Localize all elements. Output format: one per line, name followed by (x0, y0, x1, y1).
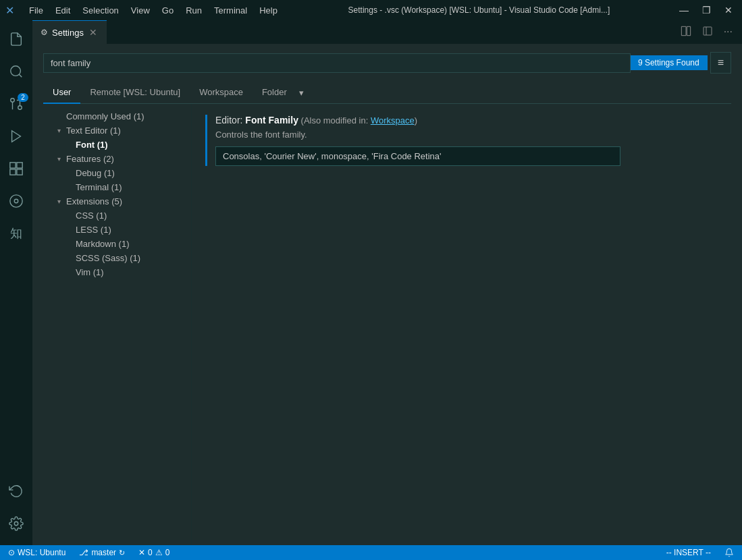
sidebar-item-source-control[interactable]: 2 (0, 88, 32, 120)
status-errors-count: 0 (148, 548, 153, 557)
svg-rect-13 (704, 27, 712, 35)
svg-point-11 (14, 199, 18, 203)
vscode-logo: ✕ (5, 4, 14, 17)
features-chevron: ▾ (54, 155, 63, 163)
nav-debug[interactable]: Debug (1) (43, 166, 191, 180)
source-control-badge: 2 (18, 93, 28, 102)
nav-markdown[interactable]: Markdown (1) (43, 237, 191, 251)
sidebar-item-run[interactable] (0, 120, 32, 152)
errors-icon: ✕ (138, 548, 145, 557)
svg-rect-8 (10, 169, 16, 175)
settings-tab[interactable]: ⚙ Settings ✕ (32, 20, 107, 44)
titlebar: ✕ File Edit Selection View Go Run Termin… (0, 0, 742, 20)
window-title: Settings - .vsc (Workspace) [WSL: Ubuntu… (290, 5, 668, 15)
status-wsl-label: WSL: Ubuntu (18, 548, 65, 557)
setting-value-input[interactable] (215, 146, 620, 166)
more-actions-button[interactable]: ··· (720, 23, 737, 42)
nav-commonly-used[interactable]: Commonly Used (1) (43, 109, 191, 123)
warnings-icon: ⚠ (155, 548, 163, 557)
svg-rect-7 (17, 163, 22, 168)
svg-marker-5 (12, 131, 21, 142)
sidebar-item-kanji[interactable]: 知 (0, 217, 32, 250)
search-results-badge: 9 Settings Found (630, 55, 708, 70)
menu-selection[interactable]: Selection (77, 4, 124, 17)
maximize-button[interactable]: ❐ (698, 3, 715, 17)
status-errors[interactable]: ✕ 0 ⚠ 0 (136, 548, 172, 557)
sidebar-item-extensions[interactable] (0, 152, 32, 185)
menu-view[interactable]: View (126, 4, 155, 17)
settings-tab-close[interactable]: ✕ (88, 26, 99, 39)
settings-panel: Editor: Font Family (Also modified in: W… (192, 104, 731, 545)
setting-description: Controls the font family. (215, 130, 718, 140)
search-filter-button[interactable]: ≡ (710, 52, 731, 74)
search-bar: 9 Settings Found ≡ (43, 52, 731, 74)
tab-remote-wsl[interactable]: Remote [WSL: Ubuntu] (80, 82, 190, 104)
status-mode: -- INSERT -- (664, 548, 714, 557)
svg-line-1 (19, 74, 22, 77)
nav-extensions[interactable]: ▾ Extensions (5) (43, 194, 191, 208)
tab-folder-dropdown[interactable]: ▾ (296, 82, 307, 103)
close-button[interactable]: ✕ (720, 3, 737, 17)
menu-run[interactable]: Run (180, 4, 207, 17)
nav-terminal[interactable]: Terminal (1) (43, 180, 191, 194)
sidebar-item-search[interactable] (0, 55, 32, 88)
status-branch-label: master (91, 548, 116, 557)
svg-rect-6 (10, 163, 16, 168)
svg-point-12 (14, 522, 18, 526)
nav-scss[interactable]: SCSS (Sass) (1) (43, 251, 191, 265)
nav-text-editor[interactable]: ▾ Text Editor (1) (43, 123, 191, 138)
setting-name: Font Family (245, 115, 298, 125)
menu-edit[interactable]: Edit (50, 4, 76, 17)
status-wsl[interactable]: ⊙ WSL: Ubuntu (5, 548, 68, 557)
nav-css[interactable]: CSS (1) (43, 208, 191, 223)
setting-block: Editor: Font Family (Also modified in: W… (205, 115, 718, 166)
status-bar: ⊙ WSL: Ubuntu ⎇ master ↻ ✕ 0 ⚠ 0 -- INSE… (0, 545, 742, 560)
svg-point-2 (18, 106, 22, 110)
main-layout: 2 知 (0, 20, 742, 545)
split-editor-button[interactable] (677, 23, 695, 42)
svg-point-0 (11, 66, 21, 76)
nav-vim[interactable]: Vim (1) (43, 265, 191, 279)
remote-icon: ⊙ (8, 548, 15, 557)
search-input-wrap (43, 53, 631, 73)
status-notifications[interactable] (722, 548, 737, 557)
menu-go[interactable]: Go (157, 4, 179, 17)
setting-prefix: Editor: (215, 115, 245, 125)
workspace-link[interactable]: Workspace (371, 115, 415, 125)
extensions-chevron: ▾ (54, 198, 63, 205)
sidebar-item-settings[interactable] (0, 507, 32, 540)
tab-bar: ⚙ Settings ✕ ··· (32, 20, 742, 44)
nav-font[interactable]: Font (1) (43, 138, 191, 152)
settings-content: 9 Settings Found ≡ User Remote [WSL: Ubu… (32, 44, 742, 545)
toggle-sidebar-button[interactable] (698, 23, 717, 42)
settings-nav: Commonly Used (1) ▾ Text Editor (1) Font… (43, 104, 192, 545)
search-input[interactable] (43, 53, 631, 73)
sidebar-item-source-control-sync[interactable] (0, 475, 32, 507)
menu-help[interactable]: Help (254, 4, 283, 17)
nav-features[interactable]: ▾ Features (2) (43, 152, 191, 166)
editor-area: ⚙ Settings ✕ ··· (32, 20, 742, 545)
status-warnings-count: 0 (165, 548, 170, 557)
tab-toolbar: ··· (677, 23, 742, 42)
svg-rect-9 (17, 169, 22, 175)
menu-terminal[interactable]: Terminal (209, 4, 253, 17)
settings-tab-label: Settings (52, 28, 84, 38)
branch-icon: ⎇ (79, 548, 88, 557)
menu-file[interactable]: File (24, 4, 49, 17)
svg-point-10 (10, 195, 22, 207)
tab-workspace[interactable]: Workspace (190, 82, 253, 104)
setting-title: Editor: Font Family (Also modified in: W… (215, 115, 718, 125)
sidebar-item-files[interactable] (0, 23, 32, 55)
setting-also-modified: (Also modified in: Workspace) (298, 115, 417, 125)
minimize-button[interactable]: — (675, 3, 693, 17)
sidebar-item-remote-explorer[interactable] (0, 185, 32, 217)
status-branch[interactable]: ⎇ master ↻ (76, 548, 128, 557)
svg-point-3 (11, 99, 15, 103)
tab-folder[interactable]: Folder (253, 82, 296, 104)
settings-body: Commonly Used (1) ▾ Text Editor (1) Font… (43, 104, 731, 545)
window-controls: — ❐ ✕ (675, 3, 737, 17)
activity-bar: 2 知 (0, 20, 32, 545)
tab-user[interactable]: User (43, 82, 80, 104)
nav-less[interactable]: LESS (1) (43, 223, 191, 237)
text-editor-chevron: ▾ (54, 127, 63, 134)
